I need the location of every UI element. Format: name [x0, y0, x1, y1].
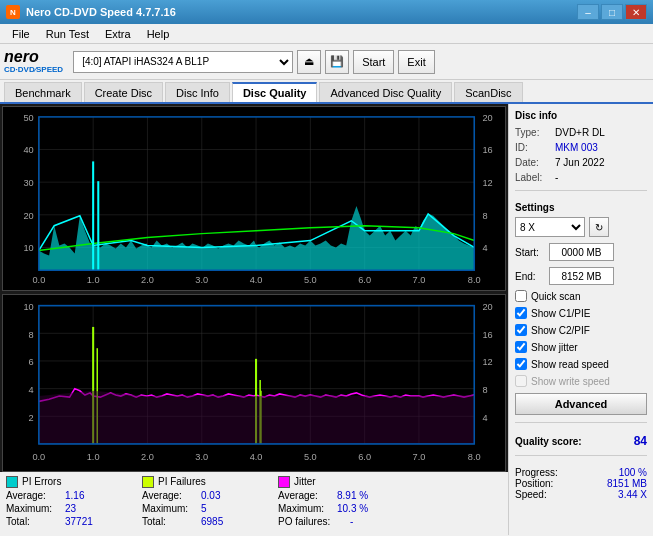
speed-label: Speed: [515, 489, 547, 500]
svg-text:8.0: 8.0 [468, 451, 481, 462]
tab-bar: Benchmark Create Disc Disc Info Disc Qua… [0, 80, 653, 104]
toolbar: nero CD·DVD∕SPEED [4:0] ATAPI iHAS324 A … [0, 44, 653, 80]
end-mb-row: End: [515, 267, 647, 285]
start-input[interactable] [549, 243, 614, 261]
quick-scan-row: Quick scan [515, 290, 647, 302]
tab-create-disc[interactable]: Create Disc [84, 82, 163, 102]
speed-row2: Speed: 3.44 X [515, 489, 647, 500]
advanced-button[interactable]: Advanced [515, 393, 647, 415]
menu-help[interactable]: Help [139, 24, 178, 43]
pi-failures-total-val: 6985 [201, 516, 223, 527]
menu-runtest[interactable]: Run Test [38, 24, 97, 43]
tab-scandisc[interactable]: ScanDisc [454, 82, 522, 102]
minimize-button[interactable]: – [577, 4, 599, 20]
legend-area: PI Errors Average: 1.16 Maximum: 23 Tota… [0, 472, 508, 535]
svg-text:4.0: 4.0 [250, 275, 263, 285]
disc-type-label: Type: [515, 127, 553, 138]
exit-button[interactable]: Exit [398, 50, 434, 74]
svg-text:16: 16 [482, 146, 492, 156]
show-c1pie-label: Show C1/PIE [531, 308, 590, 319]
show-write-label: Show write speed [531, 376, 610, 387]
svg-text:20: 20 [482, 301, 492, 312]
show-c1pie-checkbox[interactable] [515, 307, 527, 319]
svg-text:2.0: 2.0 [141, 451, 154, 462]
jitter-max-val: 10.3 % [337, 503, 368, 514]
legend-jitter: Jitter Average: 8.91 % Maximum: 10.3 % P… [278, 476, 398, 531]
disc-label-row: Label: - [515, 172, 647, 183]
eject-button[interactable]: ⏏ [297, 50, 321, 74]
show-c2pif-checkbox[interactable] [515, 324, 527, 336]
svg-text:16: 16 [482, 328, 492, 339]
svg-text:1.0: 1.0 [87, 275, 100, 285]
jitter-label: Jitter [294, 476, 316, 487]
disc-label-val: - [555, 172, 558, 183]
show-read-checkbox[interactable] [515, 358, 527, 370]
menu-file[interactable]: File [4, 24, 38, 43]
tab-disc-quality[interactable]: Disc Quality [232, 82, 318, 102]
titlebar: N Nero CD-DVD Speed 4.7.7.16 – □ ✕ [0, 0, 653, 24]
svg-text:10: 10 [23, 244, 33, 254]
disc-id-row: ID: MKM 003 [515, 142, 647, 153]
svg-text:1.0: 1.0 [87, 451, 100, 462]
progress-label: Progress: [515, 467, 558, 478]
menu-extra[interactable]: Extra [97, 24, 139, 43]
divider2 [515, 422, 647, 423]
divider3 [515, 455, 647, 456]
svg-text:8: 8 [482, 384, 487, 395]
tab-disc-info[interactable]: Disc Info [165, 82, 230, 102]
svg-text:7.0: 7.0 [413, 451, 426, 462]
progress-section: Progress: 100 % Position: 8151 MB Speed:… [515, 467, 647, 500]
svg-text:5.0: 5.0 [304, 451, 317, 462]
disc-id-label: ID: [515, 142, 553, 153]
pi-errors-color [6, 476, 18, 488]
pi-errors-max-val: 23 [65, 503, 76, 514]
svg-text:8: 8 [29, 328, 34, 339]
show-write-checkbox[interactable] [515, 375, 527, 387]
svg-text:3.0: 3.0 [195, 275, 208, 285]
save-button[interactable]: 💾 [325, 50, 349, 74]
show-jitter-checkbox[interactable] [515, 341, 527, 353]
main-content: 50 40 30 20 10 20 16 12 8 4 0.0 1.0 2.0 … [0, 104, 653, 535]
pi-errors-avg-label: Average: [6, 490, 61, 501]
app-icon: N [6, 5, 20, 19]
start-mb-row: Start: [515, 243, 647, 261]
drive-select[interactable]: [4:0] ATAPI iHAS324 A BL1P [73, 51, 293, 73]
pi-errors-total-val: 37721 [65, 516, 93, 527]
refresh-button[interactable]: ↻ [589, 217, 609, 237]
disc-type-row: Type: DVD+R DL [515, 127, 647, 138]
pi-errors-total-label: Total: [6, 516, 61, 527]
maximize-button[interactable]: □ [601, 4, 623, 20]
svg-marker-60 [39, 391, 474, 444]
pi-failures-color [142, 476, 154, 488]
show-c2pif-row: Show C2/PIF [515, 324, 647, 336]
jitter-max-label: Maximum: [278, 503, 333, 514]
speed-select[interactable]: 8 X [515, 217, 585, 237]
disc-date-val: 7 Jun 2022 [555, 157, 605, 168]
close-button[interactable]: ✕ [625, 4, 647, 20]
quality-score-val: 84 [634, 434, 647, 448]
pi-failures-max-label: Maximum: [142, 503, 197, 514]
quick-scan-label: Quick scan [531, 291, 580, 302]
svg-text:8.0: 8.0 [468, 275, 481, 285]
nero-logo: nero CD·DVD∕SPEED [4, 49, 63, 74]
speed-val: 3.44 X [618, 489, 647, 500]
jitter-color [278, 476, 290, 488]
show-c2pif-label: Show C2/PIF [531, 325, 590, 336]
quick-scan-checkbox[interactable] [515, 290, 527, 302]
end-input[interactable] [549, 267, 614, 285]
jitter-avg-val: 8.91 % [337, 490, 368, 501]
po-failures-val: - [350, 516, 353, 527]
svg-text:30: 30 [23, 178, 33, 188]
tab-benchmark[interactable]: Benchmark [4, 82, 82, 102]
disc-type-val: DVD+R DL [555, 127, 605, 138]
position-label: Position: [515, 478, 553, 489]
svg-text:4: 4 [482, 244, 487, 254]
settings-title: Settings [515, 202, 647, 213]
progress-val: 100 % [619, 467, 647, 478]
disc-info-title: Disc info [515, 110, 647, 121]
svg-text:12: 12 [482, 356, 492, 367]
jitter-avg-label: Average: [278, 490, 333, 501]
tab-advanced-disc-quality[interactable]: Advanced Disc Quality [319, 82, 452, 102]
show-c1pie-row: Show C1/PIE [515, 307, 647, 319]
start-button[interactable]: Start [353, 50, 394, 74]
